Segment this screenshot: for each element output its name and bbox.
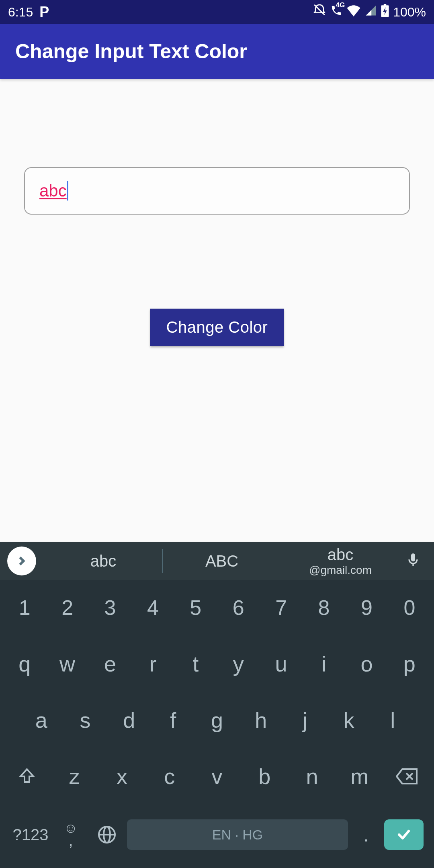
- key-0[interactable]: 0: [388, 588, 431, 628]
- key-l[interactable]: l: [371, 700, 415, 740]
- shift-key[interactable]: [3, 756, 51, 796]
- key-9[interactable]: 9: [345, 588, 388, 628]
- signal-icon: [365, 4, 377, 20]
- key-h[interactable]: h: [239, 700, 283, 740]
- key-a[interactable]: a: [19, 700, 63, 740]
- key-u[interactable]: u: [260, 644, 302, 684]
- key-5[interactable]: 5: [174, 588, 217, 628]
- symbols-key[interactable]: ?123: [10, 817, 51, 853]
- key-d[interactable]: d: [107, 700, 151, 740]
- key-j[interactable]: j: [283, 700, 327, 740]
- suggestion-2[interactable]: ABC: [163, 549, 281, 573]
- key-n[interactable]: n: [288, 756, 336, 796]
- page-title: Change Input Text Color: [15, 40, 247, 63]
- key-z[interactable]: z: [51, 756, 98, 796]
- key-e[interactable]: e: [89, 644, 131, 684]
- svg-rect-1: [384, 4, 386, 6]
- key-o[interactable]: o: [345, 644, 388, 684]
- button-container: Change Color: [24, 309, 410, 346]
- status-left: 6:15 P: [8, 4, 49, 20]
- key-v[interactable]: v: [193, 756, 241, 796]
- alarm-off-icon: [313, 4, 326, 20]
- suggestion-2-text: ABC: [205, 552, 238, 570]
- suggestions: abc ABC abc @gmail.com: [44, 542, 399, 580]
- comma-label: ,: [68, 833, 73, 847]
- wifi-icon: [346, 4, 361, 20]
- mic-icon[interactable]: [399, 551, 427, 571]
- status-time: 6:15: [8, 5, 33, 20]
- key-f[interactable]: f: [151, 700, 195, 740]
- battery-charging-icon: [381, 4, 389, 20]
- key-g[interactable]: g: [195, 700, 239, 740]
- key-k[interactable]: k: [327, 700, 371, 740]
- expand-button[interactable]: [7, 547, 36, 575]
- key-6[interactable]: 6: [217, 588, 260, 628]
- key-q[interactable]: q: [3, 644, 46, 684]
- suggestion-3-main: abc: [328, 545, 354, 564]
- pandora-icon: P: [39, 4, 49, 20]
- key-2[interactable]: 2: [46, 588, 88, 628]
- key-4[interactable]: 4: [131, 588, 174, 628]
- qwerty-row-1: q w e r t y u i o p: [3, 644, 431, 684]
- app-bar: Change Input Text Color: [0, 24, 434, 79]
- status-right: 4G 100%: [313, 4, 426, 20]
- key-1[interactable]: 1: [3, 588, 46, 628]
- keyboard: abc ABC abc @gmail.com 1 2 3 4 5 6 7 8 9…: [0, 542, 434, 868]
- key-r[interactable]: r: [131, 644, 174, 684]
- key-w[interactable]: w: [46, 644, 88, 684]
- number-row: 1 2 3 4 5 6 7 8 9 0: [3, 588, 431, 628]
- suggestion-3[interactable]: abc @gmail.com: [281, 549, 399, 573]
- key-3[interactable]: 3: [89, 588, 131, 628]
- phone-4g-icon: 4G: [330, 4, 342, 20]
- key-c[interactable]: c: [146, 756, 193, 796]
- suggestion-1-text: abc: [90, 552, 117, 570]
- qwerty-row-2: a s d f g h j k l: [3, 700, 431, 740]
- qwerty-row-3: z x c v b n m: [3, 756, 431, 796]
- key-t[interactable]: t: [174, 644, 217, 684]
- key-7[interactable]: 7: [260, 588, 302, 628]
- key-x[interactable]: x: [98, 756, 145, 796]
- status-bar: 6:15 P 4G 100%: [0, 0, 434, 24]
- bottom-row: ?123 ☺ , EN · HG .: [3, 813, 431, 860]
- space-key[interactable]: EN · HG: [127, 819, 348, 850]
- text-input[interactable]: abc: [24, 167, 410, 215]
- key-y[interactable]: y: [217, 644, 260, 684]
- text-cursor: [67, 181, 68, 201]
- key-b[interactable]: b: [241, 756, 288, 796]
- backspace-key[interactable]: [383, 756, 431, 796]
- key-i[interactable]: i: [303, 644, 345, 684]
- key-p[interactable]: p: [388, 644, 431, 684]
- key-8[interactable]: 8: [303, 588, 345, 628]
- period-key[interactable]: .: [352, 817, 380, 853]
- key-m[interactable]: m: [336, 756, 383, 796]
- fourG-label: 4G: [336, 1, 345, 9]
- suggestion-bar: abc ABC abc @gmail.com: [0, 542, 434, 580]
- language-key[interactable]: [91, 817, 123, 853]
- suggestion-3-sub: @gmail.com: [309, 564, 372, 577]
- suggestion-1[interactable]: abc: [44, 549, 163, 573]
- emoji-key[interactable]: ☺ ,: [55, 817, 87, 853]
- input-value: abc: [39, 181, 67, 201]
- enter-key[interactable]: [384, 819, 424, 850]
- content-area: abc Change Color: [0, 167, 434, 448]
- battery-percent: 100%: [393, 5, 426, 20]
- key-s[interactable]: s: [63, 700, 107, 740]
- change-color-button[interactable]: Change Color: [150, 309, 284, 346]
- keyboard-rows: 1 2 3 4 5 6 7 8 9 0 q w e r t y u i o p …: [0, 580, 434, 868]
